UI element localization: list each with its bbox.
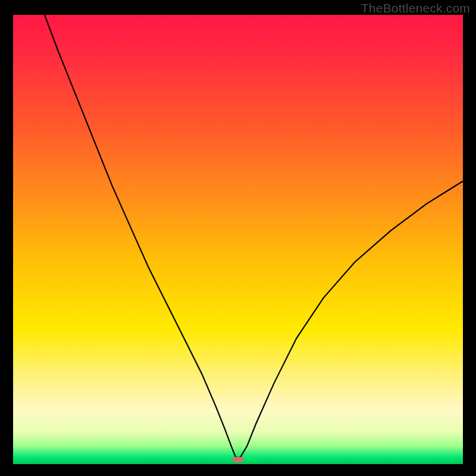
gradient-background [13,15,463,464]
watermark-text: TheBottleneck.com [361,1,470,15]
chart-frame: TheBottleneck.com [0,0,476,476]
plot-area [13,15,463,464]
chart-svg [13,15,463,464]
optimal-point-marker [232,456,244,462]
